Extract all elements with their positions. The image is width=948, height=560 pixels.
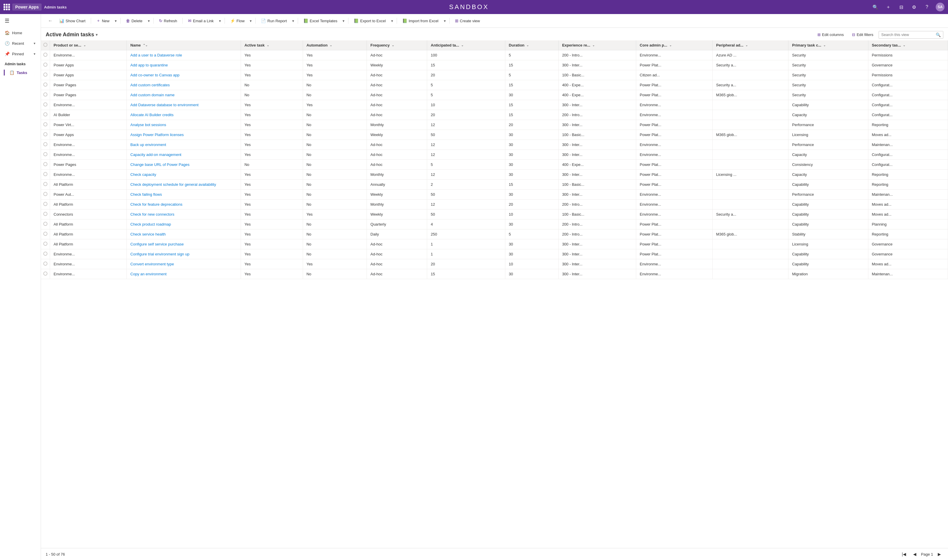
task-name-link[interactable]: Configure trial environment sign up: [130, 252, 190, 256]
row-radio[interactable]: [43, 72, 48, 77]
row-radio[interactable]: [43, 262, 48, 266]
task-name-link[interactable]: Add app to quarantine: [130, 63, 168, 67]
task-name-link[interactable]: Change base URL of Power Pages: [130, 162, 190, 167]
row-radio[interactable]: [43, 242, 48, 246]
col-header-anticipated: Anticipated ta... ⌄: [427, 40, 505, 50]
run-report-dropdown[interactable]: ▾: [291, 17, 295, 25]
cell-core-admin: Power Plat...: [636, 80, 713, 90]
task-name-link[interactable]: Capacity add-on management: [130, 152, 181, 157]
task-name-link[interactable]: Copy an environment: [130, 272, 166, 276]
row-radio[interactable]: [43, 63, 48, 67]
task-name-link[interactable]: Check for new connectors: [130, 212, 174, 217]
table-row: ConnectorsCheck for new connectorsYesYes…: [41, 209, 948, 220]
task-name-link[interactable]: Assign Power Platform licenses: [130, 132, 183, 137]
flow-button[interactable]: ⚡ Flow: [227, 17, 247, 25]
export-to-excel-button[interactable]: 📗 Export to Excel: [351, 17, 388, 25]
edit-filters-button[interactable]: ⊟ Edit filters: [849, 31, 876, 38]
next-page-button[interactable]: ▶: [936, 551, 943, 558]
row-radio[interactable]: [43, 252, 48, 256]
task-name-link[interactable]: Add Dataverse database to environment: [130, 103, 199, 107]
row-radio[interactable]: [43, 152, 48, 156]
task-name-link[interactable]: Check capacity: [130, 172, 156, 177]
import-excel-dropdown[interactable]: ▾: [443, 17, 447, 25]
import-from-excel-button[interactable]: 📗 Import from Excel: [399, 17, 441, 25]
cell-frequency: Ad-hoc: [367, 249, 427, 259]
user-avatar[interactable]: SA: [936, 3, 945, 11]
task-name-link[interactable]: Check failing flows: [130, 192, 162, 197]
add-icon-btn[interactable]: ＋: [884, 3, 893, 11]
row-radio[interactable]: [43, 272, 48, 275]
new-button[interactable]: ＋ New: [93, 16, 113, 25]
new-dropdown-button[interactable]: ▾: [114, 17, 118, 25]
task-name-link[interactable]: Check product roadmap: [130, 222, 171, 226]
cell-name: Add app to quarantine: [127, 60, 241, 70]
task-name-link[interactable]: Add a user to a Dataverse role: [130, 53, 182, 57]
row-radio[interactable]: [43, 192, 48, 196]
row-radio[interactable]: [43, 83, 48, 87]
help-icon-btn[interactable]: ?: [923, 3, 931, 11]
row-radio[interactable]: [43, 102, 48, 106]
task-name-link[interactable]: Check service health: [130, 232, 166, 236]
cell-name: Check for feature deprecations: [127, 200, 241, 209]
flow-dropdown-button[interactable]: ▾: [248, 17, 253, 25]
task-name-link[interactable]: Check for feature deprecations: [130, 202, 182, 206]
row-radio[interactable]: [43, 202, 48, 206]
row-radio[interactable]: [43, 212, 48, 216]
task-name-link[interactable]: Configure self service purchase: [130, 242, 183, 246]
table-row: Power AppsAdd app to quarantineYesYesWee…: [41, 60, 948, 70]
email-link-dropdown[interactable]: ▾: [218, 17, 222, 25]
select-all-radio[interactable]: [43, 43, 48, 47]
row-radio[interactable]: [43, 132, 48, 136]
cell-primary-task: Performance: [788, 120, 868, 130]
task-name-link[interactable]: Check deployment schedule for general av…: [130, 182, 216, 187]
back-button[interactable]: ←: [46, 16, 55, 25]
settings-icon-btn[interactable]: ⚙: [910, 3, 918, 11]
sidebar-toggle[interactable]: ☰: [0, 14, 41, 28]
export-excel-dropdown[interactable]: ▾: [390, 17, 395, 25]
task-name-link[interactable]: Add custom domain name: [130, 93, 174, 97]
sidebar-item-tasks[interactable]: 📋 Tasks: [0, 67, 41, 78]
excel-templates-dropdown[interactable]: ▾: [341, 17, 346, 25]
cell-peripheral: [712, 200, 788, 209]
row-radio[interactable]: [43, 232, 48, 236]
task-name-link[interactable]: Add custom certificates: [130, 83, 170, 87]
cell-primary-task: Security: [788, 80, 868, 90]
row-radio[interactable]: [43, 92, 48, 97]
row-radio[interactable]: [43, 172, 48, 176]
task-name-link[interactable]: Back up environment: [130, 143, 166, 147]
task-name-link[interactable]: Convert environment type: [130, 262, 174, 266]
task-name-link[interactable]: Add co-owner to Canvas app: [130, 73, 179, 77]
cell-secondary-task: Maintenan...: [868, 269, 948, 279]
row-radio[interactable]: [43, 162, 48, 166]
excel-templates-button[interactable]: 📗 Excel Templates: [301, 17, 340, 25]
sidebar-item-pinned[interactable]: 📌 Pinned ▼: [0, 49, 41, 59]
row-radio[interactable]: [43, 112, 48, 117]
first-page-button[interactable]: |◀: [899, 551, 908, 558]
filter-icon-btn[interactable]: ⊟: [897, 3, 905, 11]
delete-button[interactable]: 🗑 Delete: [123, 17, 145, 25]
email-icon: ✉: [188, 18, 191, 23]
email-link-button[interactable]: ✉ Email a Link: [185, 17, 217, 25]
cell-secondary-task: Permissions: [868, 70, 948, 80]
row-radio[interactable]: [43, 222, 48, 226]
search-icon-btn[interactable]: 🔍: [871, 3, 880, 11]
sidebar-item-home[interactable]: 🏠 Home: [0, 28, 41, 38]
row-radio[interactable]: [43, 182, 48, 186]
row-radio[interactable]: [43, 142, 48, 146]
row-radio[interactable]: [43, 53, 48, 57]
task-name-link[interactable]: Allocate AI Builder credits: [130, 113, 173, 117]
show-chart-button[interactable]: 📊 Show Chart: [56, 17, 88, 25]
edit-columns-button[interactable]: ⊞ Edit columns: [814, 31, 847, 38]
cell-anticipated: 4: [427, 220, 505, 229]
delete-dropdown-button[interactable]: ▾: [147, 17, 151, 25]
prev-page-button[interactable]: ◀: [911, 551, 919, 558]
cell-name: Add Dataverse database to environment: [127, 100, 241, 110]
search-input[interactable]: [881, 32, 934, 37]
refresh-button[interactable]: ↻ Refresh: [156, 17, 180, 25]
row-radio[interactable]: [43, 122, 48, 126]
create-view-button[interactable]: ⊞ Create view: [452, 17, 483, 25]
run-report-button[interactable]: 📄 Run Report: [258, 17, 290, 25]
view-title-dropdown[interactable]: ▾: [96, 33, 97, 37]
sidebar-item-recent[interactable]: 🕐 Recent ▼: [0, 38, 41, 49]
task-name-link[interactable]: Analyse bot sessions: [130, 123, 166, 127]
